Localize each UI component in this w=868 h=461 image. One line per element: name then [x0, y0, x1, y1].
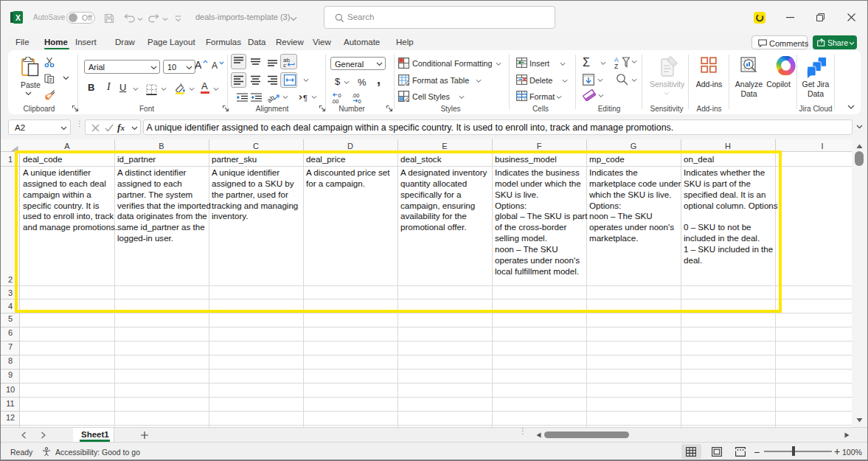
svg-text:0: 0: [358, 98, 361, 104]
svg-text:.00: .00: [331, 98, 338, 104]
svg-text:X: X: [15, 14, 21, 22]
svg-text:¶: ¶: [303, 94, 308, 103]
svg-text:Z: Z: [614, 63, 618, 69]
svg-text:c: c: [283, 62, 286, 67]
